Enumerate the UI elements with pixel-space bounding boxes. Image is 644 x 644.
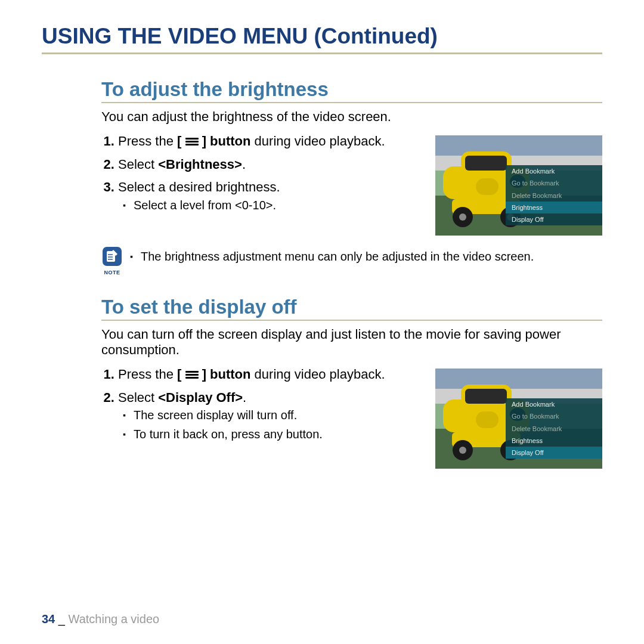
menu-icon <box>185 370 199 379</box>
step-3: Select a desired brightness. Select a le… <box>118 179 423 213</box>
steps-column: Press the [ ] button during video playba… <box>101 133 423 219</box>
steps-column: Press the [ ] button during video playba… <box>101 366 423 448</box>
device-screenshot-brightness: Add BookmarkGo to BookmarkDelete Bookmar… <box>435 135 602 236</box>
device-menu-item: Display Off <box>506 447 602 459</box>
svg-rect-3 <box>465 156 507 171</box>
svg-rect-24 <box>476 411 499 428</box>
device-menu-item: Add Bookmark <box>506 398 602 410</box>
manual-page: USING THE VIDEO MENU (Continued) To adju… <box>0 0 644 644</box>
device-menu-item: Add Bookmark <box>506 165 602 177</box>
page-footer: 34 _ Watching a video <box>42 612 602 626</box>
device-menu-item: Display Off <box>506 213 602 225</box>
device-menu-item: Delete Bookmark <box>506 190 602 202</box>
device-menu-item: Brightness <box>506 202 602 213</box>
section-display-off: To set the display off You can turn off … <box>42 296 602 469</box>
note-icon: NOTE <box>101 246 123 275</box>
svg-rect-9 <box>476 178 499 195</box>
sub-bullet: Select a level from <0-10>. <box>134 197 423 213</box>
device-menu-overlay: Add BookmarkGo to BookmarkDelete Bookmar… <box>506 398 602 459</box>
step-1: Press the [ ] button during video playba… <box>118 366 423 383</box>
device-menu-overlay: Add BookmarkGo to BookmarkDelete Bookmar… <box>506 165 602 225</box>
sub-bullet: To turn it back on, press any button. <box>134 426 423 442</box>
section-intro: You can adjust the brightness of the vid… <box>101 109 602 125</box>
svg-point-21 <box>459 447 466 454</box>
section-intro: You can turn off the screen display and … <box>101 327 602 358</box>
device-menu-item: Brightness <box>506 435 602 447</box>
svg-rect-18 <box>465 389 507 404</box>
device-menu-item: Go to Bookmark <box>506 177 602 189</box>
note-text: The brightness adjustment menu can only … <box>130 246 534 264</box>
sub-bullets: The screen display will turn off. To tur… <box>118 407 423 442</box>
steps-list: Press the [ ] button during video playba… <box>101 366 423 442</box>
step-2: Select <Brightness>. <box>118 156 423 174</box>
step-2: Select <Display Off>. The screen display… <box>118 389 423 442</box>
step-1: Press the [ ] button during video playba… <box>118 133 423 150</box>
section-brightness: To adjust the brightness You can adjust … <box>42 78 602 275</box>
steps-list: Press the [ ] button during video playba… <box>101 133 423 213</box>
page-number: 34 <box>42 612 55 626</box>
menu-icon <box>185 137 199 146</box>
section-title: To set the display off <box>101 296 602 321</box>
device-menu-item: Delete Bookmark <box>506 423 602 435</box>
device-menu-item: Go to Bookmark <box>506 410 602 422</box>
sub-bullets: Select a level from <0-10>. <box>118 197 423 213</box>
content-row: Press the [ ] button during video playba… <box>101 133 602 236</box>
section-title: To adjust the brightness <box>101 78 602 103</box>
sub-bullet: The screen display will turn off. <box>134 407 423 423</box>
note-label: NOTE <box>101 270 123 275</box>
page-title: USING THE VIDEO MENU (Continued) <box>42 24 602 54</box>
chapter-name: Watching a video <box>69 612 160 626</box>
note-row: NOTE The brightness adjustment menu can … <box>101 246 602 275</box>
svg-point-6 <box>459 213 466 221</box>
device-screenshot-displayoff: Add BookmarkGo to BookmarkDelete Bookmar… <box>435 369 602 469</box>
content-row: Press the [ ] button during video playba… <box>101 366 602 469</box>
